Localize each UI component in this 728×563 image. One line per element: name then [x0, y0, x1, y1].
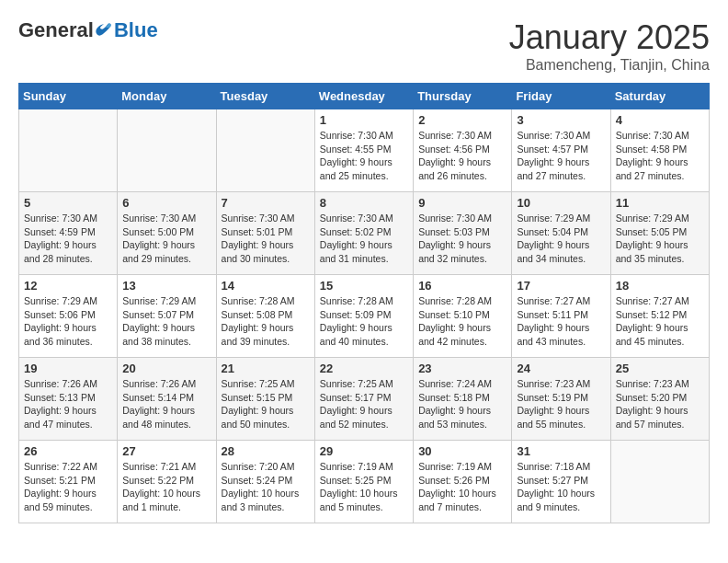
- day-info: Sunrise: 7:30 AM Sunset: 5:00 PM Dayligh…: [122, 212, 210, 266]
- day-info: Sunrise: 7:23 AM Sunset: 5:20 PM Dayligh…: [616, 377, 704, 431]
- logo-bird-icon: [95, 21, 113, 40]
- calendar-cell: 29Sunrise: 7:19 AM Sunset: 5:25 PM Dayli…: [314, 441, 413, 523]
- logo-blue-text: Blue: [114, 18, 158, 42]
- column-header-thursday: Thursday: [414, 84, 512, 109]
- day-number: 17: [517, 279, 605, 293]
- calendar-cell: 17Sunrise: 7:27 AM Sunset: 5:11 PM Dayli…: [512, 275, 610, 358]
- day-info: Sunrise: 7:29 AM Sunset: 5:06 PM Dayligh…: [24, 294, 112, 349]
- day-info: Sunrise: 7:28 AM Sunset: 5:08 PM Dayligh…: [222, 294, 310, 349]
- day-number: 23: [418, 362, 506, 375]
- day-info: Sunrise: 7:30 AM Sunset: 5:02 PM Dayligh…: [320, 212, 408, 266]
- page-header: General Blue January 2025 Bamencheng, Ti…: [18, 18, 710, 74]
- calendar-week-row: 1Sunrise: 7:30 AM Sunset: 4:55 PM Daylig…: [19, 109, 710, 192]
- calendar-cell: 21Sunrise: 7:25 AM Sunset: 5:15 PM Dayli…: [216, 358, 314, 441]
- calendar-cell: 23Sunrise: 7:24 AM Sunset: 5:18 PM Dayli…: [414, 358, 512, 441]
- calendar-cell: 14Sunrise: 7:28 AM Sunset: 5:08 PM Dayli…: [216, 275, 314, 358]
- calendar-cell: 13Sunrise: 7:29 AM Sunset: 5:07 PM Dayli…: [118, 275, 216, 358]
- calendar-cell: 1Sunrise: 7:30 AM Sunset: 4:55 PM Daylig…: [314, 109, 413, 192]
- day-number: 11: [616, 196, 704, 210]
- day-number: 16: [418, 279, 506, 293]
- column-header-wednesday: Wednesday: [314, 84, 413, 109]
- day-info: Sunrise: 7:19 AM Sunset: 5:25 PM Dayligh…: [320, 460, 408, 514]
- calendar-cell: 5Sunrise: 7:30 AM Sunset: 4:59 PM Daylig…: [19, 192, 118, 275]
- day-number: 6: [122, 196, 210, 210]
- calendar-cell: [216, 109, 314, 192]
- calendar-cell: 9Sunrise: 7:30 AM Sunset: 5:03 PM Daylig…: [414, 192, 512, 275]
- day-number: 4: [616, 113, 704, 127]
- calendar-cell: 7Sunrise: 7:30 AM Sunset: 5:01 PM Daylig…: [216, 192, 314, 275]
- day-info: Sunrise: 7:25 AM Sunset: 5:17 PM Dayligh…: [320, 377, 408, 431]
- day-info: Sunrise: 7:27 AM Sunset: 5:12 PM Dayligh…: [616, 294, 704, 349]
- day-info: Sunrise: 7:30 AM Sunset: 4:59 PM Dayligh…: [24, 212, 112, 266]
- day-info: Sunrise: 7:18 AM Sunset: 5:27 PM Dayligh…: [517, 460, 605, 514]
- day-number: 10: [517, 196, 605, 210]
- day-number: 21: [222, 362, 310, 375]
- day-info: Sunrise: 7:30 AM Sunset: 5:01 PM Dayligh…: [222, 212, 310, 266]
- calendar-cell: 18Sunrise: 7:27 AM Sunset: 5:12 PM Dayli…: [610, 275, 709, 358]
- calendar-cell: 22Sunrise: 7:25 AM Sunset: 5:17 PM Dayli…: [314, 358, 413, 441]
- calendar-subtitle: Bamencheng, Tianjin, China: [509, 57, 710, 74]
- day-info: Sunrise: 7:30 AM Sunset: 4:57 PM Dayligh…: [517, 129, 605, 183]
- logo-general-text: General: [18, 18, 94, 42]
- calendar-cell: 15Sunrise: 7:28 AM Sunset: 5:09 PM Dayli…: [314, 275, 413, 358]
- day-number: 26: [24, 444, 112, 458]
- column-header-friday: Friday: [512, 84, 610, 109]
- day-number: 9: [418, 196, 506, 210]
- day-info: Sunrise: 7:28 AM Sunset: 5:09 PM Dayligh…: [320, 294, 408, 349]
- day-number: 29: [320, 444, 408, 458]
- calendar-cell: [118, 109, 216, 192]
- calendar-cell: 31Sunrise: 7:18 AM Sunset: 5:27 PM Dayli…: [512, 441, 610, 523]
- day-number: 24: [517, 362, 605, 375]
- title-block: January 2025 Bamencheng, Tianjin, China: [509, 18, 710, 74]
- calendar-cell: 20Sunrise: 7:26 AM Sunset: 5:14 PM Dayli…: [118, 358, 216, 441]
- day-number: 15: [320, 279, 408, 293]
- calendar-week-row: 5Sunrise: 7:30 AM Sunset: 4:59 PM Daylig…: [19, 192, 710, 275]
- day-number: 8: [320, 196, 408, 210]
- day-number: 31: [517, 444, 605, 458]
- calendar-cell: 27Sunrise: 7:21 AM Sunset: 5:22 PM Dayli…: [118, 441, 216, 523]
- day-number: 3: [517, 113, 605, 127]
- day-number: 20: [122, 362, 210, 375]
- column-header-monday: Monday: [118, 84, 216, 109]
- calendar-cell: 16Sunrise: 7:28 AM Sunset: 5:10 PM Dayli…: [414, 275, 512, 358]
- day-info: Sunrise: 7:30 AM Sunset: 4:58 PM Dayligh…: [616, 129, 704, 183]
- day-number: 28: [222, 444, 310, 458]
- calendar-cell: [19, 109, 118, 192]
- day-number: 7: [222, 196, 310, 210]
- calendar-cell: 4Sunrise: 7:30 AM Sunset: 4:58 PM Daylig…: [610, 109, 709, 192]
- calendar-cell: 6Sunrise: 7:30 AM Sunset: 5:00 PM Daylig…: [118, 192, 216, 275]
- day-info: Sunrise: 7:25 AM Sunset: 5:15 PM Dayligh…: [222, 377, 310, 431]
- day-info: Sunrise: 7:30 AM Sunset: 4:55 PM Dayligh…: [320, 129, 408, 183]
- calendar-header-row: SundayMondayTuesdayWednesdayThursdayFrid…: [19, 84, 710, 109]
- day-info: Sunrise: 7:28 AM Sunset: 5:10 PM Dayligh…: [418, 294, 506, 349]
- calendar-cell: 3Sunrise: 7:30 AM Sunset: 4:57 PM Daylig…: [512, 109, 610, 192]
- calendar-cell: 24Sunrise: 7:23 AM Sunset: 5:19 PM Dayli…: [512, 358, 610, 441]
- calendar-cell: 2Sunrise: 7:30 AM Sunset: 4:56 PM Daylig…: [414, 109, 512, 192]
- column-header-saturday: Saturday: [610, 84, 709, 109]
- calendar-cell: 11Sunrise: 7:29 AM Sunset: 5:05 PM Dayli…: [610, 192, 709, 275]
- day-info: Sunrise: 7:27 AM Sunset: 5:11 PM Dayligh…: [517, 294, 605, 349]
- column-header-sunday: Sunday: [19, 84, 118, 109]
- calendar-cell: 28Sunrise: 7:20 AM Sunset: 5:24 PM Dayli…: [216, 441, 314, 523]
- day-info: Sunrise: 7:29 AM Sunset: 5:05 PM Dayligh…: [616, 212, 704, 266]
- day-number: 25: [616, 362, 704, 375]
- day-number: 1: [320, 113, 408, 127]
- day-number: 18: [616, 279, 704, 293]
- calendar-cell: 8Sunrise: 7:30 AM Sunset: 5:02 PM Daylig…: [314, 192, 413, 275]
- day-info: Sunrise: 7:30 AM Sunset: 5:03 PM Dayligh…: [418, 212, 506, 266]
- day-number: 2: [418, 113, 506, 127]
- calendar-title: January 2025: [509, 18, 710, 57]
- day-info: Sunrise: 7:23 AM Sunset: 5:19 PM Dayligh…: [517, 377, 605, 431]
- calendar-cell: 30Sunrise: 7:19 AM Sunset: 5:26 PM Dayli…: [414, 441, 512, 523]
- calendar-cell: [610, 441, 709, 523]
- logo: General Blue: [18, 18, 158, 42]
- day-info: Sunrise: 7:26 AM Sunset: 5:13 PM Dayligh…: [24, 377, 112, 431]
- calendar-table: SundayMondayTuesdayWednesdayThursdayFrid…: [18, 83, 710, 523]
- day-number: 30: [418, 444, 506, 458]
- calendar-week-row: 19Sunrise: 7:26 AM Sunset: 5:13 PM Dayli…: [19, 358, 710, 441]
- day-number: 13: [122, 279, 210, 293]
- day-number: 14: [222, 279, 310, 293]
- day-info: Sunrise: 7:30 AM Sunset: 4:56 PM Dayligh…: [418, 129, 506, 183]
- day-info: Sunrise: 7:26 AM Sunset: 5:14 PM Dayligh…: [122, 377, 210, 431]
- calendar-cell: 26Sunrise: 7:22 AM Sunset: 5:21 PM Dayli…: [19, 441, 118, 523]
